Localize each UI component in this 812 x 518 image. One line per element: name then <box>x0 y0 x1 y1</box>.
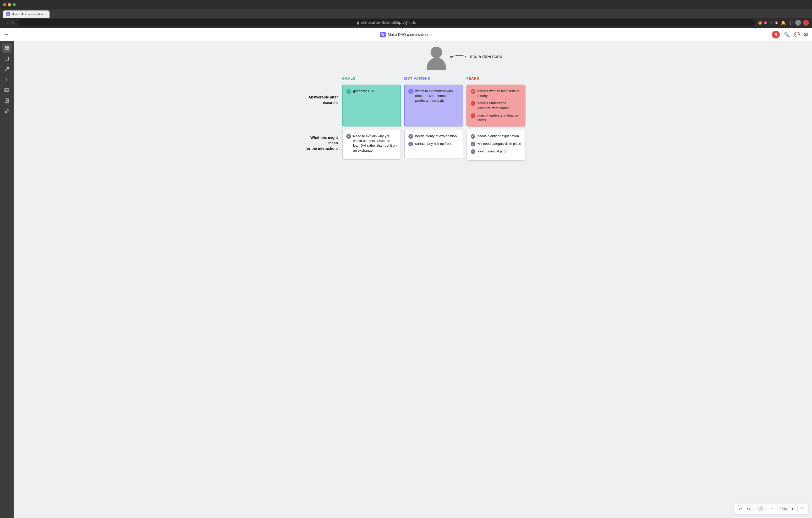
bell-icon: 🔔 <box>781 21 786 25</box>
goals-bottom-check-0: ✓ <box>346 134 351 139</box>
persona-area: me, a deFi noob <box>300 47 525 70</box>
chat-icon[interactable]: 💬 <box>794 32 800 37</box>
persona-label-area: me, a deFi noob <box>448 51 502 62</box>
forward-button[interactable]: › <box>7 21 8 25</box>
label-what-means: What this might meanfor the interaction: <box>300 127 338 159</box>
svg-line-5 <box>5 67 8 71</box>
traffic-lights <box>3 3 16 6</box>
motivations-check-0: ✓ <box>408 89 413 94</box>
tool-arrow[interactable] <box>2 64 11 74</box>
svg-rect-1 <box>7 46 9 48</box>
label-answerable: Answerable afterresearch: <box>300 77 338 124</box>
fears-check-1: ✓ <box>471 101 475 106</box>
goals-text-0: get some DAI <box>353 89 374 93</box>
help-button[interactable]: ? <box>800 506 805 512</box>
fears-bottom-item-0: ✓ needs plenty of explanation <box>471 134 521 139</box>
menu-icon[interactable]: ☰ <box>4 32 8 37</box>
goals-top-card: ✓ get some DAI <box>342 85 401 126</box>
fears-header: FEARS <box>466 77 525 80</box>
app-title-area: W MakerDAO conversation ○ <box>380 32 432 37</box>
toolbar-divider-1 <box>754 506 754 512</box>
share-icon[interactable]: ✉ <box>804 32 808 37</box>
fears-bottom-text-2: avoid financial jargon <box>477 149 510 154</box>
brave-badge: 2 <box>764 21 767 24</box>
user-avatar[interactable]: R <box>772 31 780 38</box>
url-bar[interactable]: 🔒 whimsical.com/5JsrHL3ffGqzrVjfjYqu43 <box>17 19 755 26</box>
motivations-bottom-check-1: ✓ <box>408 142 413 146</box>
profile-avatar[interactable] <box>795 20 801 26</box>
info-icon: ⓘ <box>788 20 793 26</box>
refresh-button[interactable]: ↻ <box>11 21 14 25</box>
person-body <box>427 58 446 70</box>
goals-bottom-item-0: ✓ Need to explain why you would use this… <box>346 134 397 153</box>
fears-item-2: ✓ doesn't understand finance terms <box>471 113 521 122</box>
bottom-toolbar: ↩ ↪ 🕒 − 118% + ? <box>734 503 808 514</box>
motivations-bottom-item-1: ✓ surface any risk up front <box>408 141 459 146</box>
title-badge: ○ <box>430 32 432 37</box>
tool-text[interactable]: T <box>2 75 11 84</box>
back-button[interactable]: ‹ <box>3 21 4 25</box>
persona-label: me, a deFi noob <box>470 54 502 59</box>
tool-image[interactable] <box>2 85 11 95</box>
app-window: ☰ W MakerDAO conversation ○ R 🔍 💬 ✉ <box>0 28 812 518</box>
search-icon[interactable]: 🔍 <box>784 32 790 37</box>
goals-check-0: ✓ <box>346 89 351 94</box>
app-header: ☰ W MakerDAO conversation ○ R 🔍 💬 ✉ <box>0 28 812 41</box>
close-button[interactable] <box>3 3 6 6</box>
tool-link[interactable] <box>2 106 11 116</box>
document-title: MakerDAO conversation <box>388 32 428 37</box>
whimsical-logo: W <box>380 32 386 37</box>
fears-text-2: doesn't understand finance terms <box>477 113 521 122</box>
tab-favicon-letter: W <box>7 13 9 16</box>
svg-rect-3 <box>7 49 9 50</box>
goals-column: GOALS ✓ get some DAI ✓ Need to explain w… <box>342 77 401 161</box>
tab-favicon: W <box>6 12 10 16</box>
fears-bottom-check-1: ✓ <box>471 142 475 146</box>
fears-bottom-item-1: ✓ will need safeguards in place <box>471 141 521 146</box>
history-button[interactable]: 🕒 <box>756 505 765 512</box>
goals-header: GOALS <box>342 77 401 80</box>
svg-rect-0 <box>5 46 6 48</box>
header-right: R 🔍 💬 ✉ <box>772 31 808 38</box>
tab-close-icon[interactable]: × <box>45 12 46 16</box>
redo-button[interactable]: ↪ <box>746 505 752 512</box>
motivations-bottom-card: ✓ needs plenty of explanation ✓ surface … <box>404 130 463 159</box>
svg-rect-4 <box>5 57 9 60</box>
goals-bottom-card: ✓ Need to explain why you would use this… <box>342 130 401 160</box>
persona-arrow-svg <box>448 51 469 62</box>
browser-extensions: 🦁 2 ⚠ 4 🔔 ⓘ <box>757 20 809 26</box>
fears-bottom-text-1: will need safeguards in place <box>477 141 521 146</box>
warning-icon: ⚠ <box>770 21 774 25</box>
motivations-text-0: wants to experiment with decentralized f… <box>415 89 459 103</box>
undo-button[interactable]: ↩ <box>737 505 743 512</box>
brave-icon: 🦁 <box>757 21 763 25</box>
motivations-item-0: ✓ wants to experiment with decentralized… <box>408 89 459 103</box>
fears-bottom-text-0: needs plenty of explanation <box>477 134 519 139</box>
account-avatar[interactable] <box>803 20 809 26</box>
minimize-button[interactable] <box>8 3 11 6</box>
motivations-header: MOTIVATIONS <box>404 77 463 80</box>
address-bar: ‹ › ↻ 🔒 whimsical.com/5JsrHL3ffGqzrVjfjY… <box>0 18 812 28</box>
tab-bar: W MakerDAO conversation × + <box>0 9 812 18</box>
toolbar-divider-2 <box>767 506 767 512</box>
fears-text-1: doesn't understand decentralized finance <box>477 101 521 110</box>
fears-text-0: doesn't want to lose serious money <box>477 89 521 98</box>
new-tab-button[interactable]: + <box>51 12 58 18</box>
motivations-bottom-item-0: ✓ needs plenty of explanation <box>408 134 459 139</box>
tool-sticky[interactable] <box>2 96 11 105</box>
person-head <box>431 47 442 58</box>
goals-item-0: ✓ get some DAI <box>346 89 397 94</box>
browser-titlebar <box>0 0 812 9</box>
tool-frame[interactable] <box>2 54 11 63</box>
content-area: T <box>0 41 812 518</box>
fears-item-0: ✓ doesn't want to lose serious money <box>471 89 521 98</box>
zoom-out-button[interactable]: − <box>769 506 775 512</box>
zoom-in-button[interactable]: + <box>790 506 795 512</box>
active-tab[interactable]: W MakerDAO conversation × <box>3 10 50 18</box>
motivations-bottom-text-1: surface any risk up front <box>415 141 452 146</box>
maximize-button[interactable] <box>12 3 16 6</box>
tool-select[interactable] <box>2 44 11 53</box>
left-toolbar: T <box>0 41 13 518</box>
motivations-bottom-text-0: needs plenty of explanation <box>415 134 457 139</box>
columns: GOALS ✓ get some DAI ✓ Need to explain w… <box>342 77 525 161</box>
